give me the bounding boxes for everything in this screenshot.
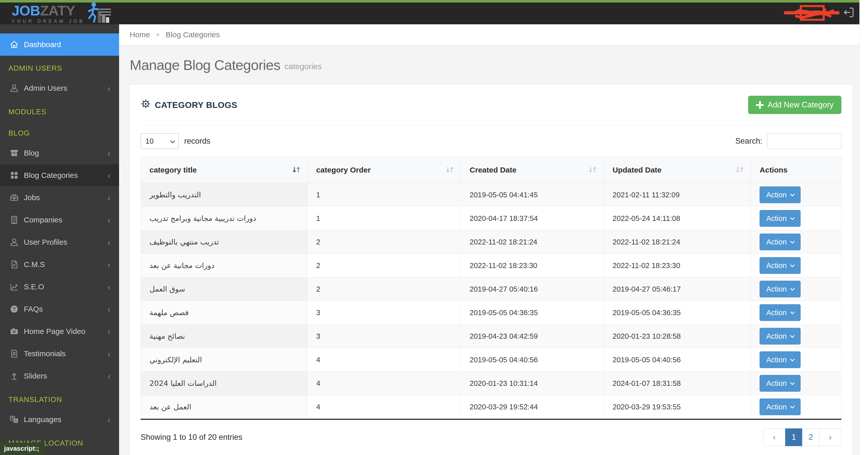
records-per-page-select[interactable]: 10 xyxy=(141,133,179,149)
action-dropdown-button[interactable]: Action xyxy=(760,375,801,392)
translate-icon: A xyxy=(9,415,19,425)
category-title-cell-text: نصائح مهنية xyxy=(150,332,185,340)
pagination-page-1[interactable]: 1 xyxy=(785,428,802,446)
chart-icon xyxy=(9,282,19,292)
column-header-category-order[interactable]: category Order↓↑ xyxy=(308,157,461,183)
created-date-cell-text: 2019-05-05 04:41:45 xyxy=(470,191,538,199)
records-label: records xyxy=(184,136,210,146)
category-order-cell-text: 2 xyxy=(316,285,320,293)
chevron-left-icon: ‹ xyxy=(108,149,111,157)
action-dropdown-button[interactable]: Action xyxy=(760,234,801,250)
action-dropdown-button[interactable]: Action xyxy=(760,210,801,227)
user-icon xyxy=(9,83,19,93)
updated-date-cell: 2020-01-23 10:28:58 xyxy=(604,325,751,348)
add-new-category-button[interactable]: Add New Category xyxy=(748,96,841,114)
sidebar-nav: DashboardADMIN USERSAdmin Users‹MODULESB… xyxy=(0,24,119,455)
sidebar-section-header: BLOG xyxy=(0,121,119,142)
pagination-next[interactable]: › xyxy=(819,428,841,446)
sidebar-item-jobs[interactable]: Jobs‹ xyxy=(0,186,119,209)
sidebar-item-admin-users[interactable]: Admin Users‹ xyxy=(0,77,119,99)
sidebar-item-label: User Profiles xyxy=(24,238,67,246)
logout-icon[interactable] xyxy=(843,7,854,18)
app-logo[interactable]: JOBZATY YOUR DREAM JOB xyxy=(12,4,111,24)
sort-icon: ↓↑ xyxy=(291,166,301,174)
sidebar-item-companies[interactable]: Companies‹ xyxy=(0,209,119,231)
table-row: العمل عن بعد42020-03-29 19:52:442020-03-… xyxy=(141,395,841,419)
search-input[interactable] xyxy=(767,133,841,149)
top-bar: JOBZATY YOUR DREAM JOB xyxy=(0,0,868,24)
created-date-cell-text: 2020-03-29 19:52:44 xyxy=(470,403,538,411)
sidebar-item-blog-categories[interactable]: Blog Categories‹ xyxy=(0,164,119,186)
updated-date-cell: 2022-11-02 18:21:24 xyxy=(604,230,751,254)
action-dropdown-button[interactable]: Action xyxy=(760,352,801,368)
actions-cell: Action xyxy=(751,277,841,301)
chevron-left-icon: ‹ xyxy=(108,260,111,269)
sidebar-item-label: Languages xyxy=(24,415,61,424)
actions-cell: Action xyxy=(751,372,841,395)
sidebar-item-blog[interactable]: Blog‹ xyxy=(0,142,119,164)
action-dropdown-button[interactable]: Action xyxy=(760,398,801,415)
pagination-prev[interactable]: ‹ xyxy=(763,428,785,446)
category-order-cell: 3 xyxy=(308,301,461,325)
category-order-cell: 2 xyxy=(308,254,461,277)
actions-cell: Action xyxy=(751,395,841,419)
question-icon: ? xyxy=(9,304,19,314)
column-header-category-title[interactable]: category title↓↑ xyxy=(141,157,308,183)
breadcrumb-home[interactable]: Home xyxy=(130,30,150,39)
category-order-cell-text: 4 xyxy=(316,379,320,387)
column-header-updated-date[interactable]: Updated Date↓↑ xyxy=(604,157,751,183)
sidebar-item-label: Dashboard xyxy=(24,40,61,49)
actions-cell: Action xyxy=(751,254,841,277)
actions-cell: Action xyxy=(751,207,841,230)
table-head: category title↓↑category Order↓↑Created … xyxy=(141,157,841,183)
action-button-label: Action xyxy=(766,238,787,246)
sidebar-item-sliders[interactable]: Sliders‹ xyxy=(0,365,119,387)
logo-tagline: YOUR DREAM JOB xyxy=(12,19,85,24)
sidebar-item-user-profiles[interactable]: User Profiles‹ xyxy=(0,231,119,253)
hamburger-menu-icon[interactable] xyxy=(99,9,111,17)
sidebar-item-dashboard[interactable]: Dashboard xyxy=(0,33,119,56)
chevron-left-icon: ‹ xyxy=(108,171,111,180)
user-icon xyxy=(9,237,19,247)
created-date-cell: 2019-05-05 04:41:45 xyxy=(461,183,604,207)
table-body: التدريب والتطوير12019-05-05 04:41:452021… xyxy=(141,183,841,419)
sidebar-item-label: FAQs xyxy=(24,305,43,313)
caret-down-icon xyxy=(790,333,795,338)
sidebar-item-testimonials[interactable]: Testimonials‹ xyxy=(0,342,119,365)
category-title-cell: تدريب منتهي بالتوظيف xyxy=(141,230,308,254)
action-dropdown-button[interactable]: Action xyxy=(760,257,801,274)
pagination-page-2[interactable]: 2 xyxy=(802,428,819,446)
category-order-cell-text: 2 xyxy=(316,238,320,246)
column-header-created-date[interactable]: Created Date↓↑ xyxy=(461,157,604,183)
sidebar-item-c-m-s[interactable]: C.M.S‹ xyxy=(0,253,119,276)
updated-date-cell: 2019-05-05 04:36:35 xyxy=(604,301,751,325)
table-footer: Showing 1 to 10 of 20 entries ‹12› xyxy=(141,420,841,455)
sidebar-item-faqs[interactable]: ?FAQs‹ xyxy=(0,298,119,320)
chevron-left-icon: ‹ xyxy=(108,84,111,92)
category-title-cell-text: العمل عن بعد xyxy=(150,402,191,411)
svg-text:A: A xyxy=(15,419,17,423)
category-title-cell: الدراسات العليا 2024 xyxy=(141,372,308,395)
pagination: ‹12› xyxy=(763,428,841,446)
caret-down-icon xyxy=(790,192,795,196)
category-order-cell-text: 1 xyxy=(316,191,320,199)
updated-date-cell: 2022-05-24 14:11:08 xyxy=(604,207,751,230)
created-date-cell-text: 2020-01-23 10:31:14 xyxy=(470,379,538,387)
panel-header: CATEGORY BLOGS Add New Category xyxy=(141,84,841,126)
sidebar-item-languages[interactable]: ALanguages‹ xyxy=(0,408,119,431)
file-icon xyxy=(9,260,19,270)
sidebar-item-s-e-o[interactable]: S.E.O‹ xyxy=(0,276,119,298)
page-scrollbar[interactable] xyxy=(859,0,868,455)
section-header-label: TRANSLATION xyxy=(8,395,62,404)
action-dropdown-button[interactable]: Action xyxy=(760,328,801,344)
sidebar-item-home-page-video[interactable]: Home Page Video‹ xyxy=(0,320,119,342)
category-order-cell-text: 2 xyxy=(316,262,320,270)
updated-date-cell: 2024-01-07 18:31:58 xyxy=(604,372,751,395)
chevron-left-icon: ‹ xyxy=(108,193,111,202)
action-dropdown-button[interactable]: Action xyxy=(760,304,801,321)
search-label: Search: xyxy=(735,136,762,146)
action-dropdown-button[interactable]: Action xyxy=(760,281,801,297)
action-dropdown-button[interactable]: Action xyxy=(760,186,801,203)
records-select-value: 10 xyxy=(146,137,154,145)
table-row: تدريب منتهي بالتوظيف22022-11-02 18:21:24… xyxy=(141,230,841,254)
